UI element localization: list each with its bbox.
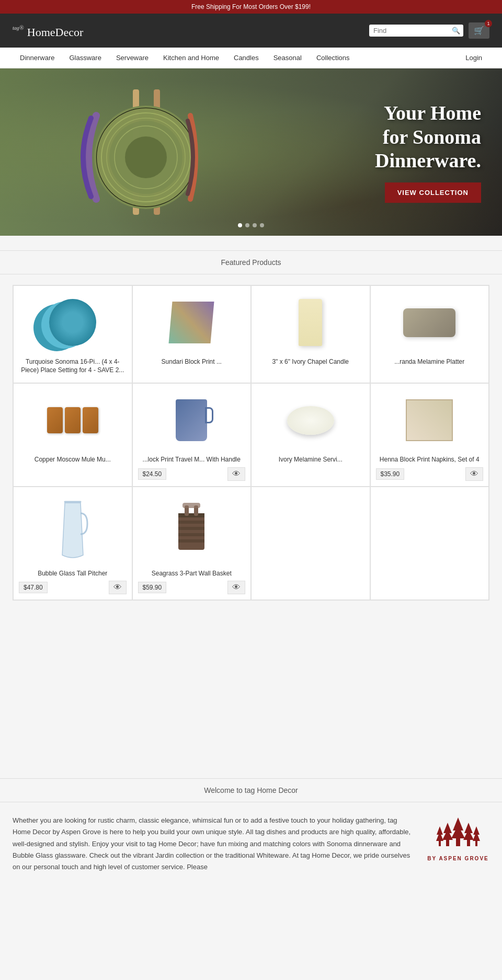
product-eye-basket[interactable]: 👁: [227, 581, 245, 594]
svg-rect-15: [178, 539, 204, 543]
svg-rect-13: [178, 527, 204, 530]
product-price-row-block-mug: $24.50 👁: [138, 467, 246, 481]
platter-img: [403, 308, 455, 337]
product-price-block-mug: $24.50: [138, 468, 167, 480]
header-right: 🔍 🛒 1: [369, 22, 489, 39]
candle-img: [299, 299, 322, 346]
product-eye-block-mug[interactable]: 👁: [227, 467, 245, 481]
product-name-platter: ...randa Melamine Platter: [376, 358, 484, 366]
product-price-basket: $59.90: [138, 582, 167, 593]
svg-point-6: [125, 136, 167, 178]
block-print-mug-img: [176, 399, 207, 441]
svg-marker-20: [451, 825, 465, 838]
sundari-napkins-img: [169, 302, 214, 343]
product-card-block-mug: ...lock Print Travel M... With Handle $2…: [132, 383, 252, 487]
product-image-block-mug: [138, 389, 246, 452]
product-card-platter: ...randa Melamine Platter: [370, 285, 489, 383]
aspen-grove-logo: BY ASPEN GROVE: [427, 815, 489, 861]
svg-marker-23: [442, 829, 453, 840]
product-image-bowl: [257, 389, 364, 452]
nav-kitchen-home[interactable]: Kitchen and Home: [156, 48, 226, 68]
product-name-block-mug: ...lock Print Travel M... With Handle: [138, 456, 246, 464]
svg-rect-30: [439, 841, 441, 846]
cart-button[interactable]: 🛒 1: [469, 22, 489, 39]
basket-svg: [173, 503, 210, 555]
product-card-empty-2: [370, 487, 489, 601]
product-name-candle: 3" x 6" Ivory Chapel Candle: [257, 358, 364, 366]
featured-title: Featured Products: [0, 251, 502, 274]
top-banner: Free Shipping For Most Orders Over $199!: [0, 0, 502, 14]
nav-glassware[interactable]: Glassware: [62, 48, 108, 68]
product-eye-pitcher[interactable]: 👁: [109, 581, 127, 594]
product-card-bowl: Ivory Melamine Servi...: [251, 383, 370, 487]
product-image-henna: [376, 389, 484, 452]
product-image-sundari: [138, 291, 246, 354]
product-price-row-pitcher: $47.80 👁: [19, 581, 127, 594]
nav-dinnerware[interactable]: Dinnerware: [13, 48, 62, 68]
nav-candles[interactable]: Candles: [226, 48, 266, 68]
product-name-copper: Copper Moscow Mule Mu...: [19, 456, 127, 464]
search-icon: 🔍: [452, 27, 460, 34]
welcome-content: Whether you are looking for rustic charm…: [0, 815, 502, 893]
nav-collections[interactable]: Collections: [309, 48, 357, 68]
product-image-candle: [257, 291, 364, 354]
main-nav: Dinnerware Glassware Serveware Kitchen a…: [0, 48, 502, 68]
aspen-grove-trees: [432, 815, 484, 851]
svg-rect-18: [182, 503, 200, 508]
hero-plates-image: [0, 68, 276, 236]
spacer-area: [0, 601, 502, 757]
product-image-copper: [19, 389, 127, 452]
copper-mug-1: [47, 407, 63, 433]
hero-dot-1[interactable]: [238, 223, 242, 227]
product-card-basket: Seagrass 3-Part Wall Basket $59.90 👁: [132, 487, 252, 601]
svg-marker-29: [436, 832, 443, 841]
product-card-henna: Henna Block Print Napkins, Set of 4 $35.…: [370, 383, 489, 487]
search-box[interactable]: 🔍: [369, 25, 463, 37]
svg-rect-10: [178, 513, 204, 550]
product-price-row-basket: $59.90 👁: [138, 581, 246, 594]
nav-login[interactable]: Login: [458, 48, 489, 68]
product-name-henna: Henna Block Print Napkins, Set of 4: [376, 456, 484, 464]
logo[interactable]: tag® HomeDecor: [13, 21, 83, 40]
welcome-text: Whether you are looking for rustic charm…: [13, 815, 411, 872]
svg-rect-11: [178, 513, 204, 517]
hero-cta-button[interactable]: VIEW COLLECTION: [385, 182, 481, 203]
henna-napkins-img: [406, 399, 453, 441]
featured-divider-bottom: [0, 274, 502, 274]
banner-text: Free Shipping For Most Orders Over $199!: [191, 3, 311, 10]
hero-dot-2[interactable]: [245, 223, 249, 227]
product-name-bowl: Ivory Melamine Servi...: [257, 456, 364, 464]
product-card-sundari: Sundari Block Print ...: [132, 285, 252, 383]
hero-dot-3[interactable]: [253, 223, 257, 227]
hero-text: Your Home for Sonoma Dinnerware. VIEW CO…: [375, 101, 481, 203]
product-card-candle: 3" x 6" Ivory Chapel Candle: [251, 285, 370, 383]
svg-rect-33: [475, 841, 477, 846]
product-card-pitcher: Bubble Glass Tall Pitcher $47.80 👁: [13, 487, 132, 601]
product-price-henna: $35.90: [376, 468, 405, 480]
product-name-basket: Seagrass 3-Part Wall Basket: [138, 570, 246, 578]
logo-homedecor: HomeDecor: [27, 26, 84, 39]
logo-superscript: ®: [19, 24, 24, 31]
product-image-turquoise: [19, 291, 127, 354]
logo-tag: tag®: [13, 21, 24, 40]
product-image-pitcher: [19, 492, 127, 566]
nav-serveware[interactable]: Serveware: [109, 48, 156, 68]
hero-dot-4[interactable]: [260, 223, 264, 227]
product-price-pitcher: $47.80: [19, 582, 48, 593]
search-input[interactable]: [373, 27, 452, 34]
hero-heading: Your Home for Sonoma Dinnerware.: [375, 101, 481, 173]
product-image-basket: [138, 492, 246, 566]
svg-marker-32: [473, 832, 480, 841]
nav-seasonal[interactable]: Seasonal: [266, 48, 309, 68]
pitcher-svg: [57, 498, 88, 560]
product-eye-henna[interactable]: 👁: [465, 467, 483, 481]
product-card-empty-1: [251, 487, 370, 601]
product-name-pitcher: Bubble Glass Tall Pitcher: [19, 570, 127, 578]
product-card-copper: Copper Moscow Mule Mu...: [13, 383, 132, 487]
hero-banner: Your Home for Sonoma Dinnerware. VIEW CO…: [0, 68, 502, 236]
product-price-row-henna: $35.90 👁: [376, 467, 484, 481]
logo-tag-text: tag: [13, 25, 19, 31]
product-grid: Turquoise Sonoma 16-Pi... (4 x 4-Piece) …: [13, 285, 489, 601]
aspen-grove-label: BY ASPEN GROVE: [427, 856, 489, 861]
svg-rect-24: [446, 840, 449, 846]
